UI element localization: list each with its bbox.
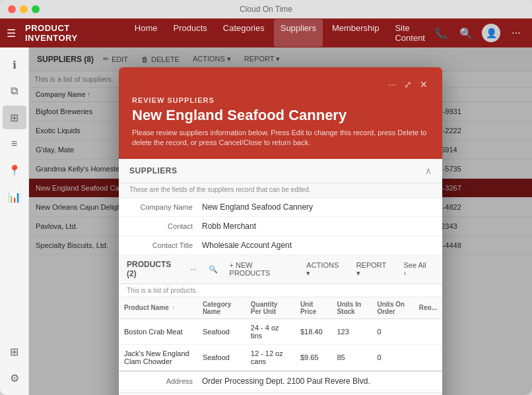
product-price: $9.65	[295, 344, 332, 370]
titlebar: Cloud On Time	[0, 0, 532, 18]
address-value: Order Processing Dept. 2100 Paul Revere …	[202, 377, 432, 386]
menu-icon[interactable]: ☰	[7, 27, 16, 40]
product-reorder	[414, 319, 442, 344]
sidebar-apps-icon[interactable]: ⊞	[3, 340, 26, 363]
products-description: This is a list of products.	[119, 284, 442, 297]
close-button[interactable]	[8, 5, 16, 13]
nav-products[interactable]: Products	[167, 19, 214, 47]
phone-icon[interactable]: 📞	[432, 24, 450, 42]
window-title: Cloud On Time	[240, 5, 292, 14]
page-content: SUPPLIERS (8) ✏ EDIT 🗑 DELETE ACTIONS ▾ …	[29, 47, 532, 395]
main-content: ℹ ⧉ ⊞ ≡ 📍 📊 ⊞ ⚙ SUPPLIERS (8) ✏ EDIT 🗑	[0, 47, 532, 395]
products-report-button[interactable]: REPORT ▾	[352, 259, 396, 280]
products-actions-button[interactable]: ACTIONS ▾	[302, 259, 348, 280]
suppliers-section-header: SUPPLIERS ∧	[119, 159, 442, 183]
modal-body: SUPPLIERS ∧ These are the fields of the …	[119, 159, 442, 392]
products-search-button[interactable]: 🔍	[205, 263, 222, 276]
avatar[interactable]: 👤	[482, 24, 500, 42]
modal-close-button[interactable]: ✕	[418, 78, 429, 91]
nav-links: Home Products Categories Suppliers Membe…	[128, 19, 432, 47]
sidebar-copy-icon[interactable]: ⧉	[3, 79, 26, 103]
review-suppliers-modal: ··· ⤢ ✕ REVIEW SUPPLIERS New England Sea…	[119, 67, 442, 395]
modal-overlay: ··· ⤢ ✕ REVIEW SUPPLIERS New England Sea…	[29, 47, 532, 395]
products-table: Product Name ↑ Category Name Quantity Pe…	[119, 297, 442, 371]
new-products-button[interactable]: + NEW PRODUCTS	[226, 259, 299, 279]
top-navigation: ☰ PRODUCT INVENTORY Home Products Catego…	[0, 18, 532, 47]
product-category: Seafood	[197, 319, 246, 344]
address-row: Address Order Processing Dept. 2100 Paul…	[119, 372, 442, 391]
sidebar-info-icon[interactable]: ℹ	[3, 53, 26, 76]
products-toolbar: PRODUCTS (2) ··· 🔍 + NEW PRODUCTS ACTION…	[119, 255, 442, 284]
modal-dots-button[interactable]: ···	[387, 78, 397, 91]
products-section-title: PRODUCTS (2)	[127, 260, 182, 278]
modal-controls: ··· ⤢ ✕	[132, 78, 429, 91]
section-title: SUPPLIERS	[129, 166, 178, 175]
product-name: Jack's New England Clam Chowder	[119, 344, 197, 370]
product-row[interactable]: Boston Crab Meat Seafood 24 - 4 oz tins …	[119, 319, 442, 344]
sidebar-grid-icon[interactable]: ⊞	[3, 106, 26, 129]
qty-per-unit-col: Quantity Per Unit	[246, 297, 295, 319]
nav-categories[interactable]: Categories	[216, 19, 271, 47]
contact-title-label: Contact Title	[129, 241, 202, 249]
maximize-button[interactable]	[32, 5, 40, 13]
product-qty: 24 - 4 oz tins	[246, 319, 295, 344]
sidebar-settings-icon[interactable]: ⚙	[3, 366, 26, 390]
section-description: These are the fields of the suppliers re…	[119, 183, 442, 198]
sidebar-chart-icon[interactable]: 📊	[3, 185, 26, 208]
product-name: Boston Crab Meat	[119, 319, 197, 344]
company-name-label: Company Name	[129, 203, 202, 211]
contact-row: Contact Robb Merchant	[119, 217, 442, 236]
brand-label: PRODUCT INVENTORY	[25, 23, 115, 43]
product-price: $18.40	[295, 319, 332, 344]
suppliers-form: Company Name New England Seafood Cannery…	[119, 198, 442, 255]
modal-title: New England Seafood Cannery	[132, 107, 429, 124]
product-on-order: 0	[372, 344, 413, 370]
modal-description: Please review suppliers information belo…	[132, 128, 429, 148]
reorder-col: Reo...	[414, 297, 442, 319]
category-name-col: Category Name	[197, 297, 246, 319]
sidebar: ℹ ⧉ ⊞ ≡ 📍 📊 ⊞ ⚙	[0, 47, 29, 395]
window-controls[interactable]	[8, 5, 40, 13]
modal-header: ··· ⤢ ✕ REVIEW SUPPLIERS New England Sea…	[119, 67, 442, 159]
nav-site-content[interactable]: Site Content	[388, 19, 432, 47]
product-on-order: 0	[372, 319, 413, 344]
company-name-row: Company Name New England Seafood Cannery	[119, 198, 442, 217]
section-collapse-icon[interactable]: ∧	[425, 166, 432, 176]
units-in-stock-col: Units In Stock	[331, 297, 372, 319]
contact-title-row: Contact Title Wholesale Account Agent	[119, 236, 442, 255]
unit-price-col: Unit Price	[295, 297, 332, 319]
product-name-col: Product Name ↑	[119, 297, 197, 319]
address-section: Address Order Processing Dept. 2100 Paul…	[119, 371, 442, 392]
nav-suppliers[interactable]: Suppliers	[274, 19, 323, 47]
sidebar-location-icon[interactable]: 📍	[3, 158, 26, 182]
product-qty: 12 - 12 oz cans	[246, 344, 295, 370]
modal-expand-button[interactable]: ⤢	[403, 78, 413, 91]
modal-subtitle: REVIEW SUPPLIERS	[132, 96, 429, 104]
modal-footer: CLOSE DELETE EDIT	[119, 392, 442, 395]
nav-home[interactable]: Home	[128, 19, 164, 47]
contact-value: Robb Merchant	[202, 222, 432, 231]
product-row[interactable]: Jack's New England Clam Chowder Seafood …	[119, 344, 442, 370]
product-in-stock: 123	[331, 319, 372, 344]
topnav-icon-group: 📞 🔍 👤 ···	[432, 24, 525, 42]
address-label: Address	[129, 377, 202, 385]
product-in-stock: 85	[331, 344, 372, 370]
sidebar-list-icon[interactable]: ≡	[3, 132, 26, 156]
product-reorder	[414, 344, 442, 370]
more-icon[interactable]: ···	[507, 24, 525, 42]
products-dots-button[interactable]: ···	[186, 263, 200, 275]
company-name-value: New England Seafood Cannery	[202, 202, 432, 212]
contact-label: Contact	[129, 222, 202, 230]
nav-membership[interactable]: Membership	[325, 19, 386, 47]
products-see-all-button[interactable]: See All ›	[400, 259, 435, 279]
search-icon[interactable]: 🔍	[457, 24, 475, 42]
minimize-button[interactable]	[20, 5, 28, 13]
product-category: Seafood	[197, 344, 246, 370]
units-on-order-col: Units On Order	[372, 297, 413, 319]
contact-title-value: Wholesale Account Agent	[202, 241, 432, 250]
